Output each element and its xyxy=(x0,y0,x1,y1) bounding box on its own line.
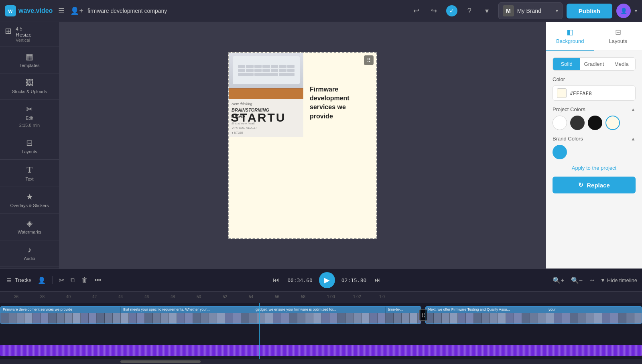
skip-back-button[interactable]: ⏮ xyxy=(271,275,281,285)
help-chevron-button[interactable]: ▾ xyxy=(480,4,494,18)
brand-colors-header: Brand Colors ▲ xyxy=(553,136,636,142)
tracks-button[interactable]: ☰ Tracks xyxy=(5,275,33,285)
ruler-mark-44: 44 xyxy=(118,295,144,301)
check-icon: ✓ xyxy=(446,5,457,16)
zoom-out-button[interactable]: 🔍− xyxy=(569,275,584,286)
bg-type-media[interactable]: Media xyxy=(608,58,635,70)
right-panel-content: Solid Gradient Media Color #FFFAE8 Proje… xyxy=(546,51,642,200)
color-swatch[interactable] xyxy=(557,88,567,98)
tab-background[interactable]: ◧ Background xyxy=(546,22,594,51)
project-color-1[interactable] xyxy=(553,116,567,130)
video-clip-2[interactable]: Next, we offer Firmware Testing and Qual… xyxy=(425,306,642,324)
video-clip-main[interactable]: Firmware development services we provide… xyxy=(0,306,421,324)
skip-forward-button[interactable]: ⏭ xyxy=(373,275,382,285)
replace-button[interactable]: ↻ Replace xyxy=(553,177,636,193)
cut-button[interactable]: ✂ xyxy=(57,275,66,286)
save-button[interactable]: ✓ xyxy=(445,4,459,18)
avatar[interactable]: 👤 xyxy=(616,4,631,18)
brand-name-label: My Brand xyxy=(517,8,553,14)
play-button[interactable]: ▶ xyxy=(319,272,335,288)
bg-type-gradient[interactable]: Gradient xyxy=(580,58,607,70)
hide-timeline-button[interactable]: ▼ Hide timeline xyxy=(600,277,637,283)
project-colors-section: Project Colors ▲ xyxy=(553,106,636,130)
sidebar-item-layouts[interactable]: ⊟ Layouts xyxy=(0,133,59,160)
brand-colors-section: Brand Colors ▲ xyxy=(553,136,636,159)
sidebar: ⊞ 4:5 Resize Vertical ▦ Templates 🖼 Stoc… xyxy=(0,22,59,268)
project-colors-collapse[interactable]: ▲ xyxy=(631,107,636,112)
tab-layouts[interactable]: ⊟ Layouts xyxy=(594,22,642,51)
brand-color-1[interactable] xyxy=(553,145,567,159)
canvas-keyboard xyxy=(229,53,303,89)
bg-type-tabs: Solid Gradient Media xyxy=(553,57,636,71)
startup-text: STARTU xyxy=(229,110,303,125)
sidebar-item-edit[interactable]: ✂ Edit 2:15.8 min xyxy=(0,100,59,133)
sidebar-item-templates[interactable]: ▦ Templates xyxy=(0,47,59,73)
resize-icon: ⊞ xyxy=(5,26,12,36)
publish-button[interactable]: Publish xyxy=(567,4,612,18)
edit-duration: 2:15.8 min xyxy=(19,123,40,128)
color-input-row[interactable]: #FFFAE8 xyxy=(553,85,636,101)
sidebar-item-stocks[interactable]: 🖼 Stocks & Uploads xyxy=(0,73,59,100)
canvas-frame[interactable]: New thinking BRAINSTORMING IDEAS Brand n… xyxy=(228,52,377,239)
brand-colors-row xyxy=(553,145,636,159)
logo-text: wave.video xyxy=(18,7,53,14)
audio-track-row xyxy=(0,345,642,356)
watermarks-icon: ◈ xyxy=(26,218,33,228)
project-color-4[interactable] xyxy=(605,116,620,130)
add-person-button[interactable]: 👤+ xyxy=(70,6,83,15)
fit-button[interactable]: ↔ xyxy=(587,275,597,285)
logo: w wave.video xyxy=(5,5,53,16)
apply-to-project-link[interactable]: Apply to the project xyxy=(553,165,636,171)
timeline: ☰ Tracks 👤 ✂ ⧉ 🗑 ••• ⏮ 00:34.60 ▶ 02:15.… xyxy=(0,268,642,364)
audio-clip[interactable] xyxy=(0,345,642,356)
replace-icon: ↻ xyxy=(578,181,583,189)
scrollbar-thumb[interactable] xyxy=(120,360,201,363)
help-button[interactable]: ? xyxy=(462,4,477,18)
ruler-mark-42: 42 xyxy=(92,295,118,301)
avatar-chevron-icon[interactable]: ▾ xyxy=(635,8,637,14)
project-color-2[interactable] xyxy=(570,116,585,130)
brand-colors-collapse[interactable]: ▲ xyxy=(631,136,636,142)
sidebar-item-resize[interactable]: ⊞ 4:5 Resize Vertical xyxy=(0,22,59,47)
clip-nav-button[interactable]: ⟩⟨ xyxy=(419,309,427,321)
ruler-mark-58: 58 xyxy=(301,295,327,301)
delete-button[interactable]: 🗑 xyxy=(80,275,89,285)
bg-type-solid[interactable]: Solid xyxy=(553,58,580,70)
sidebar-item-label: Audio xyxy=(24,256,35,261)
brand-colors-label: Brand Colors xyxy=(553,136,583,142)
zoom-in-button[interactable]: 🔍+ xyxy=(551,275,566,286)
person-icon-button[interactable]: 👤 xyxy=(36,275,47,286)
resize-info: 4:5 Resize Vertical xyxy=(16,26,32,43)
project-colors-row xyxy=(553,116,636,130)
sidebar-item-text[interactable]: T Text xyxy=(0,160,59,187)
canvas-sketch: New thinking BRAINSTORMING IDEAS Brand n… xyxy=(229,99,303,138)
clip-filmstrip: // Will generate filmstrip in init scrip… xyxy=(0,313,421,324)
background-tab-label: Background xyxy=(556,38,584,44)
sidebar-item-audio[interactable]: ♪ Audio xyxy=(0,240,59,266)
hamburger-button[interactable]: ☰ xyxy=(57,5,66,17)
hide-timeline-icon: ▼ xyxy=(600,277,605,283)
topbar: w wave.video ☰ 👤+ firmware development c… xyxy=(0,0,642,22)
sidebar-item-watermarks[interactable]: ◈ Watermarks xyxy=(0,214,59,240)
ruler-mark-100: 1:00 xyxy=(327,295,353,301)
canvas-grid-button[interactable]: ⠿ xyxy=(364,55,374,65)
sidebar-item-overlays[interactable]: ★ Overlays & Stickers xyxy=(0,187,59,214)
layouts-tab-icon: ⊟ xyxy=(615,28,621,37)
video-track-row: Firmware development services we provide… xyxy=(0,306,642,328)
sidebar-item-label: Templates xyxy=(19,63,39,68)
redo-button[interactable]: ↪ xyxy=(427,4,441,18)
copy-button[interactable]: ⧉ xyxy=(69,275,77,285)
audio-waveform xyxy=(0,345,642,356)
list-icon: ☰ xyxy=(6,277,12,283)
project-color-3[interactable] xyxy=(588,116,602,130)
project-title: firmware development company xyxy=(87,8,167,14)
brand-selector[interactable]: M My Brand ▾ xyxy=(498,2,563,19)
keyboard-inner xyxy=(233,56,300,84)
sidebar-item-label: Watermarks xyxy=(18,230,41,235)
right-panel: ◧ Background ⊟ Layouts Solid Gradient Me… xyxy=(546,22,642,268)
tracks-label: Tracks xyxy=(15,277,31,283)
more-button[interactable]: ••• xyxy=(93,275,103,285)
ruler-mark-46: 46 xyxy=(144,295,171,301)
sidebar-item-label: Overlays & Stickers xyxy=(10,203,49,208)
undo-button[interactable]: ↩ xyxy=(409,4,424,18)
